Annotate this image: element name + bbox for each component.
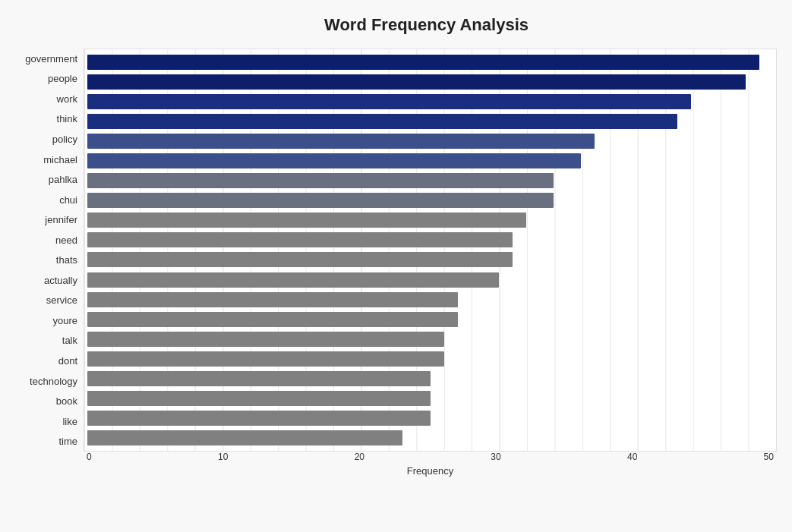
bar bbox=[87, 55, 759, 70]
y-label: dont bbox=[58, 356, 77, 366]
bar bbox=[87, 411, 431, 426]
bar-row bbox=[84, 131, 776, 151]
y-label: policy bbox=[52, 134, 77, 144]
y-label: chui bbox=[59, 195, 77, 205]
bar-row bbox=[84, 270, 776, 290]
bar-row bbox=[84, 310, 776, 329]
bar-row bbox=[84, 369, 776, 389]
bar bbox=[87, 292, 458, 307]
x-tick: 10 bbox=[218, 452, 228, 462]
y-label: jennifer bbox=[45, 215, 77, 225]
y-label: talk bbox=[62, 335, 77, 345]
bars-container bbox=[84, 49, 777, 452]
plot-area: 01020304050 Frequency bbox=[84, 49, 777, 474]
bar bbox=[87, 114, 677, 129]
bar-row bbox=[84, 72, 776, 92]
bar bbox=[87, 173, 554, 188]
chart-container: Word Frequency Analysis governmentpeople… bbox=[0, 0, 792, 532]
y-label: michael bbox=[43, 155, 77, 165]
bar-row bbox=[84, 151, 776, 171]
bar bbox=[87, 272, 499, 288]
x-axis: 01020304050 Frequency bbox=[84, 452, 777, 474]
bar bbox=[87, 391, 431, 406]
bar bbox=[87, 430, 402, 445]
bar bbox=[87, 212, 526, 228]
x-axis-label: Frequency bbox=[84, 465, 777, 477]
y-label: need bbox=[55, 235, 77, 245]
y-label: government bbox=[25, 54, 77, 64]
bar bbox=[87, 94, 691, 109]
bar bbox=[87, 134, 595, 149]
bar-row bbox=[84, 112, 776, 131]
bar-row bbox=[84, 52, 776, 72]
y-label: technology bbox=[30, 376, 77, 386]
y-label: pahlka bbox=[49, 175, 77, 184]
y-label: like bbox=[62, 417, 77, 427]
bar bbox=[87, 153, 581, 168]
bar-row bbox=[84, 210, 776, 230]
y-label: actually bbox=[44, 275, 77, 285]
bar bbox=[87, 232, 513, 247]
bar-row bbox=[84, 230, 776, 250]
bar-row bbox=[84, 190, 776, 210]
bar-row bbox=[84, 389, 776, 408]
y-label: think bbox=[57, 114, 77, 124]
bar bbox=[87, 74, 746, 90]
bar bbox=[87, 193, 554, 208]
bar-row bbox=[84, 92, 776, 112]
x-tick: 20 bbox=[355, 452, 364, 462]
chart-area: governmentpeopleworkthinkpolicymichaelpa… bbox=[15, 49, 777, 474]
bar bbox=[87, 371, 431, 386]
y-label: book bbox=[56, 396, 77, 406]
y-label: people bbox=[48, 74, 77, 83]
x-tick: 0 bbox=[87, 452, 92, 462]
x-ticks: 01020304050 bbox=[84, 452, 777, 462]
bar bbox=[87, 332, 444, 347]
bar bbox=[87, 351, 444, 367]
x-tick: 40 bbox=[627, 452, 637, 462]
chart-title: Word Frequency Analysis bbox=[76, 15, 777, 35]
bar bbox=[87, 252, 513, 267]
bar-row bbox=[84, 250, 776, 269]
bar-row bbox=[84, 329, 776, 349]
bar-row bbox=[84, 428, 776, 448]
y-label: thats bbox=[56, 255, 77, 265]
bar-row bbox=[84, 349, 776, 369]
bar-row bbox=[84, 171, 776, 190]
y-label: youre bbox=[52, 316, 77, 326]
y-label: service bbox=[46, 295, 77, 305]
bar-row bbox=[84, 408, 776, 428]
y-label: work bbox=[57, 94, 77, 104]
y-labels: governmentpeopleworkthinkpolicymichaelpa… bbox=[15, 49, 84, 474]
y-label: time bbox=[58, 436, 77, 446]
bar bbox=[87, 312, 458, 327]
x-tick: 50 bbox=[764, 452, 774, 462]
bar-row bbox=[84, 290, 776, 310]
x-tick: 30 bbox=[491, 452, 500, 462]
